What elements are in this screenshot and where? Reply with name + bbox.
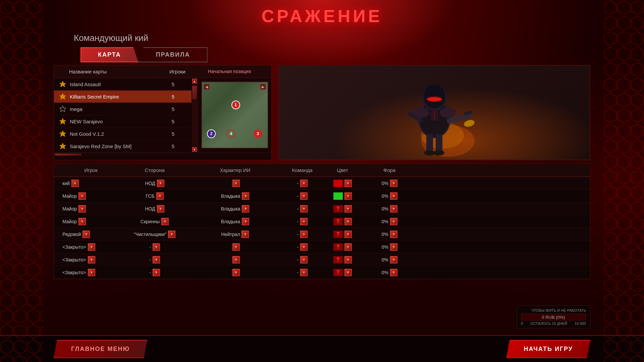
side-dropdown[interactable]: ▼ — [153, 256, 160, 263]
map-row[interactable]: Sarajevo Red Zone [by SM] 5 — [54, 140, 192, 153]
h-scrollbar-thumb[interactable] — [55, 154, 82, 156]
team-dropdown[interactable]: ▼ — [300, 231, 308, 238]
player-dropdown[interactable]: ▼ — [71, 180, 79, 187]
tab-map[interactable]: КАРТА — [80, 47, 139, 62]
player-dropdown[interactable]: ▼ — [78, 218, 86, 225]
color-question: ? — [333, 256, 343, 263]
player-ai: ▼ — [188, 269, 282, 276]
handicap-dropdown[interactable]: ▼ — [390, 231, 397, 238]
map-row[interactable]: mega 5 — [54, 103, 192, 115]
player-team: - ▼ — [282, 231, 322, 238]
handicap-dropdown[interactable]: ▼ — [390, 180, 397, 187]
player-name: <Закрыто> ▼ — [61, 243, 121, 251]
scrollbar-thumb[interactable] — [192, 86, 197, 99]
scroll-down-btn[interactable]: ▼ — [192, 147, 197, 152]
pos-marker-4[interactable]: 4 — [227, 129, 235, 138]
svg-marker-9 — [60, 143, 66, 149]
header-player: Игрок — [61, 167, 121, 173]
scrollbar[interactable]: ▲ ▼ — [192, 78, 198, 153]
player-team: - ▼ — [282, 180, 322, 187]
ai-dropdown[interactable]: ▼ — [241, 231, 249, 238]
map-panel-body: Island Assault 5 Killians Secret Empire … — [54, 78, 271, 153]
color-dropdown[interactable]: ▼ — [344, 231, 352, 238]
player-handicap: 0% ▼ — [363, 205, 416, 213]
star-icon — [59, 80, 66, 88]
color-dropdown[interactable]: ▼ — [344, 269, 352, 276]
map-nav-right[interactable]: ▶ — [260, 84, 266, 90]
map-row[interactable]: Island Assault 5 — [54, 78, 192, 90]
map-row[interactable]: NEW Sarajevo 5 — [54, 115, 192, 128]
player-dropdown[interactable]: ▼ — [88, 256, 95, 263]
svg-point-24 — [463, 119, 475, 128]
player-dropdown[interactable]: ▼ — [83, 231, 90, 238]
side-dropdown[interactable]: ▼ — [157, 180, 164, 187]
handicap-dropdown[interactable]: ▼ — [390, 192, 397, 200]
handicap-dropdown[interactable]: ▼ — [390, 218, 397, 225]
side-dropdown[interactable]: ▼ — [156, 192, 164, 200]
section-title: Командующий кий — [74, 33, 148, 43]
map-row[interactable]: Not Good V.1.2 5 — [54, 128, 192, 140]
player-team: - ▼ — [282, 256, 322, 263]
color-dropdown[interactable]: ▼ — [344, 243, 352, 251]
side-dropdown[interactable]: ▼ — [168, 231, 175, 238]
player-side: НОД ▼ — [121, 180, 188, 187]
map-name: Killians Secret Empire — [70, 94, 119, 100]
team-dropdown[interactable]: ▼ — [300, 269, 308, 276]
side-dropdown[interactable]: ▼ — [153, 243, 160, 251]
side-dropdown[interactable]: ▼ — [161, 218, 169, 225]
player-dropdown[interactable]: ▼ — [78, 205, 86, 213]
player-dropdown[interactable]: ▼ — [88, 243, 95, 251]
player-name: Майор ▼ — [61, 192, 121, 200]
tab-rules[interactable]: ПРАВИЛА — [139, 47, 208, 62]
color-dropdown[interactable]: ▼ — [344, 218, 352, 225]
color-dropdown[interactable]: ▼ — [344, 256, 352, 263]
pos-marker-3[interactable]: 3 — [254, 129, 262, 138]
svg-marker-7 — [60, 118, 66, 124]
player-team: - ▼ — [282, 218, 322, 225]
player-name: кий ▼ — [61, 180, 121, 187]
player-row: <Закрыто> ▼ - ▼ ▼ - ▼ ? ▼ 0% ▼ — [54, 253, 590, 266]
ai-dropdown[interactable]: ▼ — [232, 180, 240, 187]
map-players: 5 — [160, 94, 186, 100]
pos-marker-1[interactable]: 1 — [231, 101, 240, 109]
handicap-dropdown[interactable]: ▼ — [390, 243, 397, 251]
map-players: 5 — [160, 119, 186, 124]
map-row[interactable]: Killians Secret Empire 5 — [54, 90, 192, 103]
map-nav-left[interactable]: ◀ — [204, 84, 210, 90]
ai-dropdown[interactable]: ▼ — [232, 243, 240, 251]
side-dropdown[interactable]: ▼ — [157, 205, 164, 213]
player-color: ? ▼ — [322, 231, 363, 238]
map-name: NEW Sarajevo — [70, 119, 103, 124]
ai-dropdown[interactable]: ▼ — [232, 269, 240, 276]
page-title: СРАЖЕНИЕ — [262, 6, 383, 26]
player-dropdown[interactable]: ▼ — [88, 269, 95, 276]
player-handicap: 0% ▼ — [363, 231, 416, 238]
player-side: - ▼ — [121, 269, 188, 276]
team-dropdown[interactable]: ▼ — [300, 205, 308, 213]
ai-dropdown[interactable]: ▼ — [242, 218, 249, 225]
team-dropdown[interactable]: ▼ — [300, 192, 308, 200]
player-dropdown[interactable]: ▼ — [78, 192, 86, 200]
color-dropdown[interactable]: ▼ — [344, 205, 352, 213]
ai-dropdown[interactable]: ▼ — [232, 256, 240, 263]
team-dropdown[interactable]: ▼ — [300, 256, 308, 263]
team-dropdown[interactable]: ▼ — [300, 180, 308, 187]
team-dropdown[interactable]: ▼ — [300, 218, 308, 225]
ai-dropdown[interactable]: ▼ — [242, 205, 249, 213]
map-players: 5 — [160, 81, 186, 87]
side-dropdown[interactable]: ▼ — [153, 269, 160, 276]
scroll-up-btn[interactable]: ▲ — [192, 79, 197, 83]
color-dropdown[interactable]: ▼ — [344, 192, 352, 200]
horizontal-scrollbar[interactable] — [54, 153, 271, 156]
svg-point-28 — [424, 150, 435, 156]
svg-point-29 — [434, 150, 444, 156]
handicap-dropdown[interactable]: ▼ — [390, 205, 397, 213]
ai-dropdown[interactable]: ▼ — [242, 192, 249, 200]
player-row: Майор ▼ ГСБ ▼ Владыка ▼ - ▼ ▼ 0% ▼ — [54, 190, 590, 202]
team-dropdown[interactable]: ▼ — [300, 243, 308, 251]
handicap-dropdown[interactable]: ▼ — [390, 256, 397, 263]
svg-point-21 — [428, 97, 441, 101]
pos-marker-2[interactable]: 2 — [207, 129, 216, 138]
color-dropdown[interactable]: ▼ — [344, 180, 352, 187]
handicap-dropdown[interactable]: ▼ — [390, 269, 397, 276]
